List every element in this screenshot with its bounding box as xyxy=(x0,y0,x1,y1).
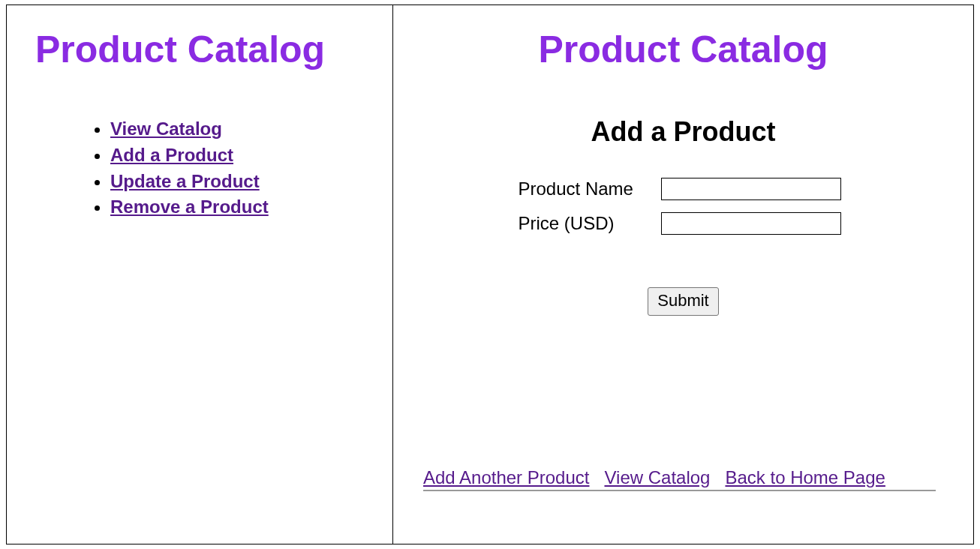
nav-list: View Catalog Add a Product Update a Prod… xyxy=(110,116,370,220)
nav-item-add-product: Add a Product xyxy=(110,142,370,169)
panel-home: Product Catalog View Catalog Add a Produ… xyxy=(7,5,393,544)
price-label: Price (USD) xyxy=(519,213,661,234)
nav-link-remove-product[interactable]: Remove a Product xyxy=(110,196,269,217)
nav-item-remove-product: Remove a Product xyxy=(110,194,370,220)
nav-link-view-catalog[interactable]: View Catalog xyxy=(110,118,222,139)
footer-link-add-another[interactable]: Add Another Product xyxy=(423,467,589,488)
product-name-label: Product Name xyxy=(519,178,661,200)
price-input[interactable] xyxy=(661,212,841,235)
form-row-price: Price (USD) xyxy=(519,212,849,235)
footer-link-back-home[interactable]: Back to Home Page xyxy=(725,467,885,488)
form-title: Add a Product xyxy=(416,116,951,148)
page-title-left: Product Catalog xyxy=(35,28,370,71)
nav-item-update-product: Update a Product xyxy=(110,169,370,195)
page-title-right: Product Catalog xyxy=(416,28,951,71)
submit-button[interactable]: Submit xyxy=(648,287,718,316)
panels: Product Catalog View Catalog Add a Produ… xyxy=(6,4,974,544)
nav-link-add-product[interactable]: Add a Product xyxy=(110,145,233,165)
nav-item-view-catalog: View Catalog xyxy=(110,116,370,142)
footer-link-view-catalog[interactable]: View Catalog xyxy=(604,467,710,488)
add-product-form: Product Name Price (USD) Submit xyxy=(519,178,849,316)
panel-add-product: Product Catalog Add a Product Product Na… xyxy=(393,5,973,544)
nav-link-update-product[interactable]: Update a Product xyxy=(110,171,260,191)
footer-links: Add Another Product View Catalog Back to… xyxy=(423,467,936,491)
submit-row: Submit xyxy=(519,287,849,316)
page: Product Catalog View Catalog Add a Produ… xyxy=(0,0,980,549)
product-name-input[interactable] xyxy=(661,178,841,200)
form-row-name: Product Name xyxy=(519,178,849,200)
